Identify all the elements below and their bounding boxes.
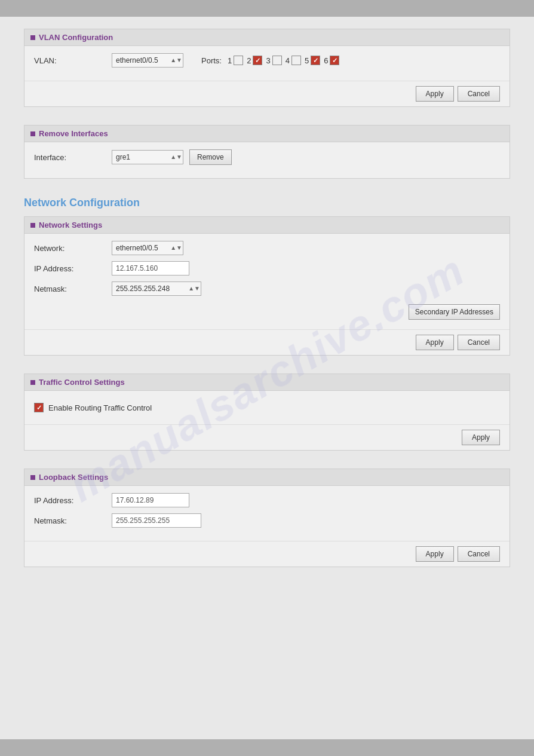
traffic-control-section: Traffic Control Settings Enable Routing … (24, 374, 510, 451)
network-label: Network: (34, 244, 106, 253)
enable-traffic-checkbox[interactable] (34, 403, 44, 412)
interface-label: Interface: (34, 153, 106, 162)
network-settings-header: Network Settings (24, 217, 510, 234)
traffic-apply-button[interactable]: Apply (462, 430, 500, 445)
network-settings-section: Network Settings Network: ethernet0/0.5 … (24, 216, 510, 356)
netmask-row: Netmask: 255.255.255.248 ▲▼ (34, 281, 500, 296)
interface-select-wrapper: gre1 ▲▼ (112, 150, 183, 164)
network-cancel-button[interactable]: Cancel (458, 335, 500, 350)
secondary-ip-button[interactable]: Secondary IP Addresses (409, 304, 500, 320)
loopback-ip-input[interactable] (112, 493, 189, 507)
port-5-item: 5 (305, 56, 320, 65)
remove-interfaces-header: Remove Interfaces (24, 126, 510, 142)
port-6-item: 6 (324, 56, 339, 65)
secondary-ip-row: Secondary IP Addresses (34, 302, 500, 322)
port-2-checkbox[interactable] (253, 56, 262, 65)
network-apply-button[interactable]: Apply (416, 335, 454, 350)
network-select-wrapper: ethernet0/0.5 ▲▼ (112, 241, 183, 255)
vlan-config-section: VLAN Configuration VLAN: ethernet0/0.5 ▲… (24, 29, 510, 107)
network-settings-body: Network: ethernet0/0.5 ▲▼ IP Address: Ne… (24, 234, 510, 329)
port-1-checkbox[interactable] (234, 56, 243, 65)
remove-interfaces-title: Remove Interfaces (39, 129, 108, 138)
loopback-settings-body: IP Address: Netmask: (24, 486, 510, 541)
network-row: Network: ethernet0/0.5 ▲▼ (34, 241, 500, 255)
port-2-label: 2 (247, 56, 251, 65)
network-settings-btn-row: Apply Cancel (24, 329, 510, 355)
loopback-settings-title: Loopback Settings (39, 473, 108, 482)
network-settings-title: Network Settings (39, 221, 102, 229)
port-6-label: 6 (324, 56, 328, 65)
enable-traffic-label: Enable Routing Traffic Control (48, 403, 152, 412)
loopback-ip-label: IP Address: (34, 496, 106, 505)
ip-input[interactable] (112, 261, 189, 276)
loopback-btn-row: Apply Cancel (24, 541, 510, 567)
traffic-control-body: Enable Routing Traffic Control (24, 391, 510, 424)
loopback-netmask-label: Netmask: (34, 516, 106, 525)
loopback-settings-header: Loopback Settings (24, 469, 510, 486)
interface-row: Interface: gre1 ▲▼ Remove (34, 149, 500, 165)
port-2-item: 2 (247, 56, 262, 65)
port-4-checkbox[interactable] (291, 56, 301, 65)
vlan-select[interactable]: ethernet0/0.5 (112, 53, 183, 68)
loopback-cancel-button[interactable]: Cancel (458, 546, 500, 562)
network-config-page-title: Network Configuration (24, 197, 510, 209)
port-3-label: 3 (266, 56, 270, 65)
port-6-checkbox[interactable] (330, 56, 339, 65)
vlan-apply-button[interactable]: Apply (416, 86, 454, 102)
port-1-item: 1 (228, 56, 243, 65)
port-3-item: 3 (266, 56, 281, 65)
vlan-btn-row: Apply Cancel (24, 81, 510, 106)
ports-container: 1 2 3 4 (228, 56, 339, 65)
top-bar (0, 0, 534, 17)
ip-row: IP Address: (34, 261, 500, 276)
interface-select[interactable]: gre1 (112, 150, 183, 164)
vlan-row: VLAN: ethernet0/0.5 ▲▼ Ports: 1 (34, 53, 500, 68)
vlan-label: VLAN: (34, 56, 106, 65)
enable-traffic-row: Enable Routing Traffic Control (34, 398, 500, 417)
port-5-label: 5 (305, 56, 309, 65)
traffic-btn-row: Apply (24, 424, 510, 450)
loopback-settings-section: Loopback Settings IP Address: Netmask: A… (24, 469, 510, 567)
port-4-label: 4 (286, 56, 290, 65)
netmask-select[interactable]: 255.255.255.248 (112, 281, 201, 296)
ip-label: IP Address: (34, 264, 106, 273)
vlan-select-wrapper: ethernet0/0.5 ▲▼ (112, 53, 183, 68)
vlan-config-header: VLAN Configuration (24, 29, 510, 46)
loopback-netmask-row: Netmask: (34, 513, 500, 528)
vlan-config-body: VLAN: ethernet0/0.5 ▲▼ Ports: 1 (24, 46, 510, 81)
port-4-item: 4 (286, 56, 301, 65)
remove-interfaces-section: Remove Interfaces Interface: gre1 ▲▼ Rem… (24, 125, 510, 179)
port-5-checkbox[interactable] (311, 56, 320, 65)
vlan-config-title: VLAN Configuration (39, 33, 113, 42)
loopback-ip-row: IP Address: (34, 493, 500, 507)
loopback-apply-button[interactable]: Apply (416, 546, 454, 562)
netmask-select-wrapper: 255.255.255.248 ▲▼ (112, 281, 201, 296)
traffic-control-header: Traffic Control Settings (24, 374, 510, 391)
traffic-control-title: Traffic Control Settings (39, 378, 125, 387)
ports-label: Ports: (201, 56, 222, 65)
port-1-label: 1 (228, 56, 232, 65)
network-select[interactable]: ethernet0/0.5 (112, 241, 183, 255)
port-3-checkbox[interactable] (272, 56, 282, 65)
loopback-netmask-input[interactable] (112, 513, 201, 528)
remove-interfaces-body: Interface: gre1 ▲▼ Remove (24, 142, 510, 178)
remove-button[interactable]: Remove (189, 149, 232, 165)
vlan-cancel-button[interactable]: Cancel (458, 86, 500, 102)
netmask-label: Netmask: (34, 284, 106, 293)
